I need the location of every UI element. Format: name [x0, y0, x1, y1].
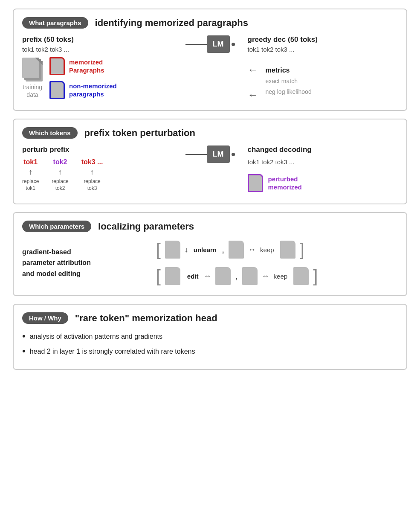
- pill-what-paragraphs: What paragraphs: [22, 17, 88, 29]
- lm-connector-1: LM: [185, 35, 235, 53]
- lm-area-1: LM: [173, 35, 248, 53]
- section-1-header: What paragraphs identifying memorized pa…: [22, 17, 398, 29]
- sec1-left: prefix (50 toks) tok1 tok2 tok3 ... trai…: [22, 35, 173, 99]
- perturb-tok3: tok3 ... ↑ replace tok3: [81, 158, 103, 192]
- sec1-content: prefix (50 toks) tok1 tok2 tok3 ... trai…: [22, 35, 398, 102]
- section-4-header: How / Why "rare token" memorization head: [22, 312, 398, 324]
- comma-1: ,: [222, 245, 224, 254]
- lm-box-2: LM: [207, 145, 230, 163]
- perturbed-label: perturbed memorized: [268, 175, 302, 192]
- bracket-close-1: ]: [300, 241, 304, 258]
- perturb-tok1: tok1 ↑ replace tok1: [22, 158, 39, 192]
- title-localizing: localizing parameters: [98, 221, 194, 232]
- bullet-item-2: • head 2 in layer 1 is strongly correlat…: [22, 346, 398, 358]
- section-3-header: Which parameters localizing parameters: [22, 221, 398, 232]
- arrow-to-nonmemorized: ←: [248, 88, 259, 102]
- doc-keep-blue-2: [242, 267, 258, 285]
- lm-line-left-1: [185, 44, 207, 45]
- keep-label-1: keep: [260, 246, 274, 253]
- unlearn-label: unlearn: [194, 246, 217, 253]
- edit-label: edit: [187, 273, 199, 280]
- bracket-open-2: [: [156, 268, 161, 285]
- lm-area-2: LM: [173, 145, 248, 163]
- doc-keep-gray-2: [293, 267, 309, 285]
- unlearn-arrow-area: ↓: [185, 245, 188, 254]
- bullet-dot-1: •: [22, 331, 26, 342]
- bullet-item-1: • analysis of activation patterns and gr…: [22, 331, 398, 343]
- bullet-text-2: head 2 in layer 1 is strongly correlated…: [30, 346, 195, 358]
- greedy-tokens: tok1 tok2 tok3 ...: [248, 46, 398, 53]
- prefix-tokens: tok1 tok2 tok3 ...: [22, 46, 173, 53]
- up-arrow-1: ↑: [29, 168, 32, 177]
- training-label: training data: [23, 83, 42, 99]
- perturbed-doc-icon: [248, 174, 263, 192]
- bullet-text-1: analysis of activation patterns and grad…: [30, 331, 162, 343]
- title-rare-token: "rare token" memorization head: [75, 313, 217, 324]
- pill-how-why: How / Why: [22, 312, 68, 324]
- horiz-arrow-keep-1: ↔: [248, 245, 256, 254]
- bracket-close-2: ]: [313, 268, 318, 285]
- section-4: How / Why "rare token" memorization head…: [13, 304, 407, 370]
- metrics-area: metrics exact match neg log likelihood: [266, 67, 312, 97]
- non-memorized-para-type: non-memorized paragraphs: [49, 81, 117, 99]
- lm-connector-2: LM: [185, 145, 235, 163]
- replace2-label: replace tok2: [52, 178, 68, 192]
- perturb-tok2: tok2 ↑ replace tok2: [52, 158, 68, 192]
- comma-2: ,: [235, 271, 238, 281]
- tok3-label: tok3 ...: [81, 158, 103, 166]
- title-perturbation: prefix token perturbation: [84, 128, 195, 139]
- perturb-tokens: tok1 ↑ replace tok1 tok2 ↑ replace tok2 …: [22, 158, 173, 192]
- sec2-right: changed decoding tok1 tok2 tok3 ... pert…: [248, 145, 398, 192]
- changed-tokens: tok1 tok2 tok3 ...: [248, 158, 398, 166]
- doc-keep-gray-1: [280, 241, 295, 259]
- tok1-label: tok1: [23, 158, 38, 166]
- pill-which-params: Which parameters: [22, 221, 91, 232]
- para-types: memorized Paragraphs non-memorized parag…: [49, 57, 117, 99]
- doc-front: [22, 58, 39, 78]
- memorized-doc-icon: [49, 57, 65, 75]
- metrics-title: metrics: [266, 67, 312, 74]
- non-memorized-doc-icon: [49, 81, 65, 99]
- section-1: What paragraphs identifying memorized pa…: [13, 9, 407, 111]
- perturbed-area: perturbed memorized: [248, 174, 398, 192]
- bullet-dot-2: •: [22, 346, 26, 357]
- horiz-arrow-keep-2: ↔: [262, 272, 269, 281]
- non-memorized-label: non-memorized paragraphs: [69, 82, 117, 99]
- replace3-label: replace tok3: [84, 178, 100, 192]
- sec2-content: perturb prefix tok1 ↑ replace tok1 tok2 …: [22, 145, 398, 195]
- doc-keep-blue-1: [229, 241, 244, 259]
- sec3-content: gradient-based parameter attribution and…: [22, 239, 398, 287]
- lm-line-left-2: [185, 154, 207, 155]
- prefix-label: prefix (50 toks): [22, 35, 173, 44]
- doc-unlearn-red: [165, 241, 180, 259]
- metrics-exact-match: exact match: [266, 76, 312, 87]
- sec2-left: perturb prefix tok1 ↑ replace tok1 tok2 …: [22, 145, 173, 195]
- changed-dec-label: changed decoding: [248, 145, 398, 154]
- sec3-left: gradient-based parameter attribution and…: [22, 247, 143, 279]
- perturb-label: perturb prefix: [22, 145, 173, 154]
- main-container: What paragraphs identifying memorized pa…: [0, 0, 420, 386]
- title-identifying: identifying memorized paragraphs: [95, 17, 248, 29]
- tok2-label: tok2: [53, 158, 67, 166]
- section-2: Which tokens prefix token perturbation p…: [13, 119, 407, 204]
- replace1-label: replace tok1: [22, 178, 39, 192]
- greedy-label: greedy dec (50 toks): [248, 35, 398, 44]
- down-arrow-unlearn: ↓: [185, 245, 188, 254]
- sec4-content: • analysis of activation patterns and gr…: [22, 331, 398, 358]
- sec3-description: gradient-based parameter attribution and…: [22, 248, 91, 277]
- bracket-open-1: [: [156, 241, 161, 258]
- pill-which-tokens: Which tokens: [22, 127, 78, 139]
- lm-box-1: LM: [207, 35, 230, 53]
- lm-dot-2: [232, 153, 235, 156]
- horiz-arrow-edit: ↔: [203, 272, 211, 281]
- keep-label-2: keep: [274, 273, 288, 280]
- doc-stack: [22, 58, 43, 81]
- lm-dot-1: [232, 43, 235, 46]
- memorized-para-type: memorized Paragraphs: [49, 57, 117, 75]
- sec1-right: greedy dec (50 toks) tok1 tok2 tok3 ... …: [248, 35, 398, 102]
- metrics-neg-log: neg log likelihood: [266, 87, 312, 97]
- doc-edit-red: [165, 267, 180, 285]
- sec3-row1: [ ↓ unlearn , ↔ keep ]: [156, 239, 398, 260]
- sec3-right: [ ↓ unlearn , ↔ keep ] [: [156, 239, 398, 287]
- training-area: training data memorized Paragraphs non-m…: [22, 57, 173, 99]
